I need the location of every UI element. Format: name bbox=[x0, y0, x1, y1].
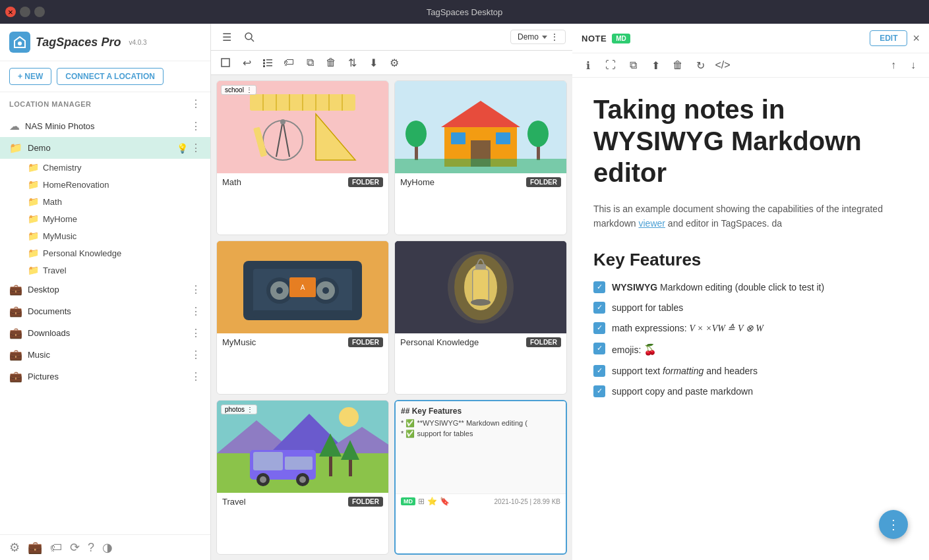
back-icon[interactable]: ↩ bbox=[237, 53, 256, 72]
sidebar-item-music[interactable]: 💼 Music ⋮ bbox=[0, 344, 210, 366]
feature-text-formatting: support text formatting and headers bbox=[612, 364, 758, 378]
sidebar-item-desktop[interactable]: 💼 Desktop ⋮ bbox=[0, 279, 210, 300]
right-panel: NOTE MD EDIT × ℹ ⛶ ⧉ ⬆ 🗑 ↻ </> ↑ ↓ Takin… bbox=[572, 24, 929, 560]
sort-icon[interactable]: ⇅ bbox=[343, 53, 361, 72]
svg-point-63 bbox=[339, 407, 359, 427]
folder-item-myhome[interactable]: 📁 MyHome bbox=[18, 210, 210, 227]
close-note-button[interactable]: × bbox=[913, 32, 920, 45]
math-thumbnail: school ⋮ bbox=[217, 81, 388, 173]
note-content-area: Taking notes in WYSIWYG Markdown editor … bbox=[572, 78, 929, 560]
checkbox-tables: ✓ bbox=[593, 302, 605, 314]
connect-button[interactable]: CONNECT A LOCATION bbox=[57, 68, 164, 85]
note-info-icon[interactable]: ℹ bbox=[579, 56, 597, 74]
edit-button[interactable]: EDIT bbox=[870, 30, 907, 46]
search-icon[interactable] bbox=[240, 28, 258, 46]
titlebar: × TagSpaces Desktop bbox=[0, 0, 929, 24]
feature-item-formatting: ✓ support text formatting and headers bbox=[593, 364, 908, 378]
extract-icon[interactable]: ⬇ bbox=[364, 53, 382, 72]
tags-bottom-icon[interactable]: 🏷 bbox=[50, 541, 62, 555]
folder-card-travel[interactable]: photos ⋮ bbox=[216, 400, 389, 555]
folder-item-personal[interactable]: 📁 Personal Knowledge bbox=[18, 244, 210, 262]
minimize-button[interactable] bbox=[20, 7, 30, 17]
note-star-icon[interactable]: ⭐ bbox=[427, 497, 437, 506]
folder-card-myhome[interactable]: MyHome FOLDER bbox=[394, 80, 567, 235]
folder-item-math[interactable]: 📁 Math bbox=[18, 193, 210, 210]
version-badge: v4.0.3 bbox=[129, 39, 146, 46]
select-all-icon[interactable] bbox=[216, 53, 235, 72]
svg-point-57 bbox=[448, 251, 514, 323]
help-bottom-icon[interactable]: ? bbox=[88, 541, 94, 555]
contrast-bottom-icon[interactable]: ◑ bbox=[102, 540, 113, 555]
note-code-icon[interactable]: </> bbox=[713, 56, 732, 74]
location-badge-label: Demo bbox=[518, 32, 539, 42]
grid-settings-icon[interactable]: ⚙ bbox=[385, 53, 404, 72]
settings-bottom-icon[interactable]: ⚙ bbox=[9, 540, 20, 555]
desktop-more-icon[interactable]: ⋮ bbox=[191, 283, 201, 296]
svg-rect-11 bbox=[266, 65, 272, 67]
pictures-more-icon[interactable]: ⋮ bbox=[191, 370, 201, 383]
note-refresh-icon[interactable]: ↻ bbox=[691, 56, 709, 74]
feature-text-wysiwyg: WYSIWYG Markdown editing (double click t… bbox=[612, 281, 824, 294]
note-title-badge: NOTE bbox=[582, 34, 607, 43]
folder-item-mymusic[interactable]: 📁 MyMusic bbox=[18, 227, 210, 244]
tag-icon[interactable]: 🏷 bbox=[280, 53, 298, 72]
svg-rect-8 bbox=[263, 63, 265, 65]
folder-card-personal[interactable]: Personal Knowledge FOLDER bbox=[394, 240, 567, 395]
list-view-icon[interactable] bbox=[258, 53, 277, 72]
personal-thumbnail bbox=[395, 241, 566, 333]
fab-button[interactable]: ⋮ bbox=[879, 510, 908, 539]
pictures-icon: 💼 bbox=[9, 370, 22, 383]
nas-more-icon[interactable]: ⋮ bbox=[191, 120, 201, 132]
note-fullscreen-icon[interactable]: ⛶ bbox=[601, 56, 620, 74]
nav-up-icon[interactable]: ↑ bbox=[884, 56, 903, 74]
hamburger-icon[interactable]: ☰ bbox=[218, 28, 236, 46]
music-more-icon[interactable]: ⋮ bbox=[191, 349, 201, 361]
sidebar-item-pictures[interactable]: 💼 Pictures ⋮ bbox=[0, 366, 210, 387]
documents-more-icon[interactable]: ⋮ bbox=[191, 305, 201, 318]
nav-down-icon[interactable]: ↓ bbox=[904, 56, 922, 74]
folder-card-mymusic[interactable]: A MyMusic FOLDER bbox=[216, 240, 389, 395]
close-button[interactable]: × bbox=[5, 7, 16, 17]
note-trash-icon[interactable]: 🗑 bbox=[669, 56, 687, 74]
feature-item-emojis: ✓ emojis: 🍒 bbox=[593, 342, 908, 358]
note-upload-icon[interactable]: ⬆ bbox=[646, 56, 665, 74]
note-bookmark-icon[interactable]: 🔖 bbox=[440, 497, 450, 506]
location-badge[interactable]: Demo ⋮ bbox=[510, 30, 566, 44]
main-layout: TagSpaces Pro v4.0.3 + NEW CONNECT A LOC… bbox=[0, 24, 929, 560]
delete-icon[interactable]: 🗑 bbox=[322, 53, 340, 72]
downloads-more-icon[interactable]: ⋮ bbox=[191, 327, 201, 339]
feature-list: ✓ WYSIWYG Markdown editing (double click… bbox=[593, 281, 908, 399]
note-card[interactable]: ## Key Features * ✅ **WYSIWYG** Markdown… bbox=[394, 400, 567, 555]
note-key-features-heading: Key Features bbox=[593, 250, 908, 270]
mymusic-folder-tag: FOLDER bbox=[348, 337, 383, 347]
music-icon: 💼 bbox=[9, 349, 22, 361]
sidebar-bottom: ⚙ 💼 🏷 ⟳ ? ◑ bbox=[0, 534, 210, 560]
note-grid-icon[interactable]: ⊞ bbox=[418, 497, 425, 506]
sidebar-item-downloads[interactable]: 💼 Downloads ⋮ bbox=[0, 322, 210, 344]
mymusic-card-name: MyMusic bbox=[222, 337, 344, 347]
sidebar-item-nas[interactable]: ☁ NAS Minio Photos ⋮ bbox=[0, 115, 210, 137]
maximize-button[interactable] bbox=[34, 7, 45, 17]
svg-text:A: A bbox=[301, 284, 305, 291]
sidebar-item-documents[interactable]: 💼 Documents ⋮ bbox=[0, 300, 210, 322]
history-bottom-icon[interactable]: ⟳ bbox=[70, 540, 80, 555]
folder-card-math[interactable]: school ⋮ bbox=[216, 80, 389, 235]
copy-icon[interactable]: ⧉ bbox=[301, 53, 319, 72]
folder-item-chemistry[interactable]: 📁 Chemistry bbox=[18, 159, 210, 176]
note-open-icon[interactable]: ⧉ bbox=[624, 56, 642, 74]
location-manager-more-icon[interactable]: ⋮ bbox=[191, 98, 201, 110]
homerenovation-folder-icon: 📁 bbox=[28, 179, 39, 190]
feature-item-math: ✓ math expressions: V × ×VW ≙ V ⊗ W bbox=[593, 322, 908, 335]
note-viewer-link[interactable]: viewer bbox=[638, 218, 665, 229]
locations-bottom-icon[interactable]: 💼 bbox=[28, 540, 42, 555]
folder-item-travel[interactable]: 📁 Travel bbox=[18, 262, 210, 279]
new-button[interactable]: + NEW bbox=[9, 68, 51, 85]
checkbox-formatting: ✓ bbox=[593, 365, 605, 377]
svg-line-3 bbox=[251, 39, 254, 42]
folder-item-homerenovation[interactable]: 📁 HomeRenovation bbox=[18, 176, 210, 193]
sidebar-item-demo[interactable]: 📁 Demo 💡 ⋮ bbox=[0, 137, 210, 159]
demo-more-icon[interactable]: ⋮ bbox=[191, 142, 201, 154]
math-card-name: Math bbox=[222, 177, 344, 187]
feature-item-copy: ✓ support copy and paste markdown bbox=[593, 385, 908, 399]
mymusic-card-info: MyMusic FOLDER bbox=[217, 333, 388, 351]
